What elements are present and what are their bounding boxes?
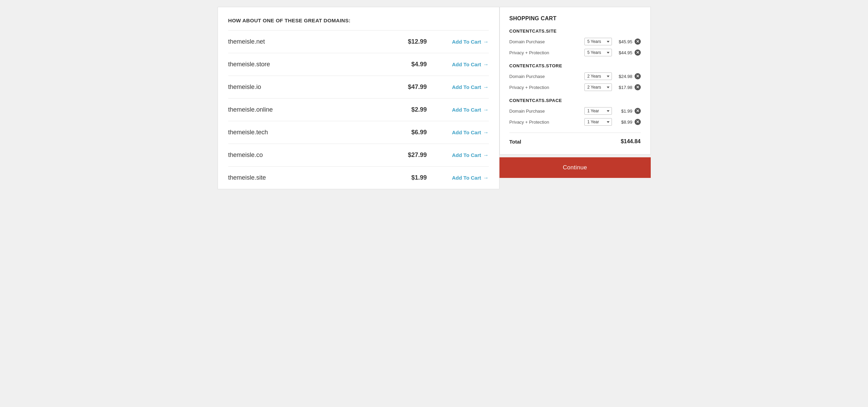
arrow-icon: → [483,84,489,90]
domain-item: themeisle.online$2.99Add To Cart → [228,98,489,121]
add-to-cart-label: Add To Cart [452,107,481,113]
add-to-cart-button[interactable]: Add To Cart → [441,107,489,113]
cart-total-label: Total [509,139,521,145]
cart-row-label: Privacy + Protection [509,85,584,90]
duration-select[interactable]: 1 Year2 Years3 Years5 Years [584,107,612,115]
cart-row-label: Privacy + Protection [509,50,584,55]
remove-item-button[interactable]: ✕ [635,73,641,79]
domain-price: $47.99 [399,83,427,91]
domain-item: themeisle.co$27.99Add To Cart → [228,144,489,166]
domain-name: themeisle.tech [228,129,399,136]
domain-name: themeisle.online [228,106,399,113]
domain-price: $1.99 [399,174,427,181]
cart-row-price: $8.99 [615,120,633,125]
cart-total-value: $144.84 [621,138,641,145]
cart-row-label: Domain Purchase [509,74,584,79]
arrow-icon: → [483,152,489,158]
cart-row: Privacy + Protection1 Year2 Years3 Years… [509,118,641,126]
remove-item-button[interactable]: ✕ [635,49,641,56]
domain-name: themeisle.site [228,174,399,181]
domain-item: themeisle.store$4.99Add To Cart → [228,53,489,76]
add-to-cart-label: Add To Cart [452,152,481,158]
domain-price: $12.99 [399,38,427,45]
arrow-icon: → [483,129,489,136]
add-to-cart-button[interactable]: Add To Cart → [441,61,489,68]
domain-name: themeisle.io [228,83,399,91]
add-to-cart-button[interactable]: Add To Cart → [441,152,489,158]
cart-section-title: CONTENTCATS.SPACE [509,98,641,103]
domain-name: themeisle.net [228,38,399,45]
domain-price: $4.99 [399,61,427,68]
cart-row-price: $1.99 [615,109,633,114]
remove-item-button[interactable]: ✕ [635,108,641,114]
domain-item: themeisle.io$47.99Add To Cart → [228,76,489,98]
arrow-icon: → [483,175,489,181]
duration-select[interactable]: 1 Year2 Years3 Years5 Years [584,49,612,56]
domain-price: $6.99 [399,129,427,136]
cart-section-title: CONTENTCATS.SITE [509,29,641,34]
cart-divider [509,133,641,133]
cart-section: CONTENTCATS.SPACEDomain Purchase1 Year2 … [509,98,641,126]
arrow-icon: → [483,39,489,45]
domain-price: $27.99 [399,151,427,159]
add-to-cart-button[interactable]: Add To Cart → [441,39,489,45]
cart-box: SHOPPING CART CONTENTCATS.SITEDomain Pur… [499,7,651,155]
continue-button[interactable]: Continue [499,157,651,178]
cart-row-label: Domain Purchase [509,109,584,114]
cart-row-price: $24.98 [615,74,633,79]
cart-section: CONTENTCATS.SITEDomain Purchase1 Year2 Y… [509,29,641,56]
arrow-icon: → [483,107,489,113]
cart-sections-container: CONTENTCATS.SITEDomain Purchase1 Year2 Y… [509,29,641,126]
add-to-cart-button[interactable]: Add To Cart → [441,84,489,90]
remove-item-button[interactable]: ✕ [635,38,641,45]
add-to-cart-label: Add To Cart [452,84,481,90]
domain-list: themeisle.net$12.99Add To Cart →themeisl… [228,30,489,189]
remove-item-button[interactable]: ✕ [635,84,641,90]
cart-row: Privacy + Protection1 Year2 Years3 Years… [509,49,641,56]
cart-row-label: Domain Purchase [509,39,584,44]
domains-heading: HOW ABOUT ONE OF THESE GREAT DOMAINS: [228,18,489,23]
cart-row: Privacy + Protection1 Year2 Years3 Years… [509,83,641,91]
remove-item-button[interactable]: ✕ [635,119,641,125]
add-to-cart-label: Add To Cart [452,61,481,67]
main-container: HOW ABOUT ONE OF THESE GREAT DOMAINS: th… [218,7,651,189]
duration-select[interactable]: 1 Year2 Years3 Years5 Years [584,72,612,80]
cart-total-row: Total $144.84 [509,138,641,145]
domain-price: $2.99 [399,106,427,113]
cart-row: Domain Purchase1 Year2 Years3 Years5 Yea… [509,38,641,45]
duration-select[interactable]: 1 Year2 Years3 Years5 Years [584,83,612,91]
domains-panel: HOW ABOUT ONE OF THESE GREAT DOMAINS: th… [218,7,499,189]
add-to-cart-label: Add To Cart [452,39,481,45]
domain-item: themeisle.net$12.99Add To Cart → [228,30,489,53]
domain-name: themeisle.store [228,61,399,68]
cart-panel: SHOPPING CART CONTENTCATS.SITEDomain Pur… [499,7,651,189]
duration-select[interactable]: 1 Year2 Years3 Years5 Years [584,38,612,45]
domain-item: themeisle.site$1.99Add To Cart → [228,166,489,189]
cart-row-price: $17.98 [615,85,633,90]
cart-section: CONTENTCATS.STOREDomain Purchase1 Year2 … [509,63,641,91]
domain-name: themeisle.co [228,151,399,159]
add-to-cart-button[interactable]: Add To Cart → [441,129,489,136]
cart-row-label: Privacy + Protection [509,120,584,125]
cart-row: Domain Purchase1 Year2 Years3 Years5 Yea… [509,107,641,115]
arrow-icon: → [483,61,489,68]
cart-heading: SHOPPING CART [509,15,641,22]
add-to-cart-button[interactable]: Add To Cart → [441,175,489,181]
domain-item: themeisle.tech$6.99Add To Cart → [228,121,489,144]
cart-row-price: $44.95 [615,50,633,55]
cart-section-title: CONTENTCATS.STORE [509,63,641,68]
cart-row-price: $45.95 [615,39,633,44]
duration-select[interactable]: 1 Year2 Years3 Years5 Years [584,118,612,126]
add-to-cart-label: Add To Cart [452,175,481,181]
add-to-cart-label: Add To Cart [452,129,481,135]
cart-row: Domain Purchase1 Year2 Years3 Years5 Yea… [509,72,641,80]
